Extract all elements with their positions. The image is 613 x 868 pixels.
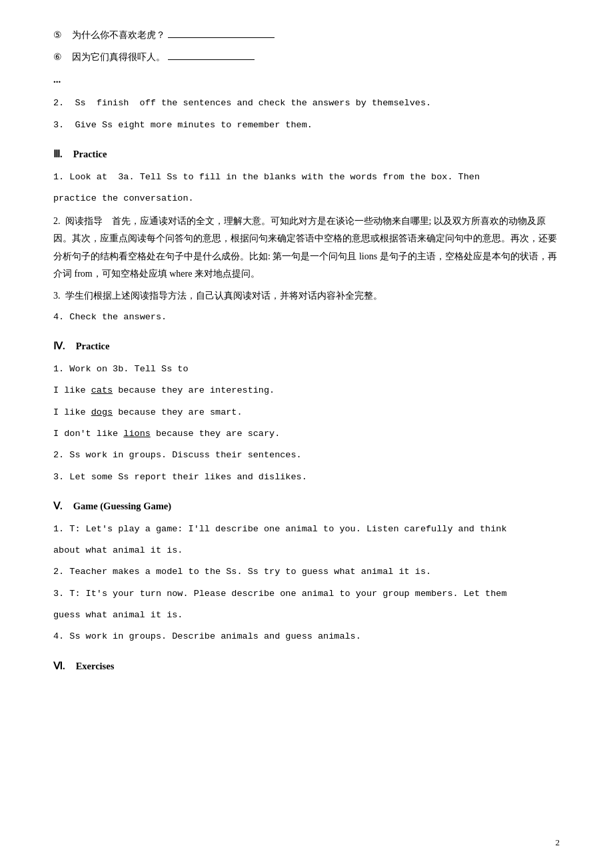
page-number: 2 <box>556 837 560 848</box>
item-text: Give Ss eight more minutes to remember t… <box>75 120 312 130</box>
instruction-item: 2. Ss work in groups. Discuss their sent… <box>53 447 560 463</box>
section-roman: Ⅵ. <box>53 657 65 675</box>
zh-instruction-2: 2. 阅读指导 首先，应通读对话的全文，理解大意。可知此对方是在谈论一些动物来自… <box>53 213 560 283</box>
instruction-item: 3. Give Ss eight more minutes to remembe… <box>53 117 560 133</box>
item-number: ⑤ <box>53 27 72 43</box>
example-sentence-1: I like cats because they are interesting… <box>53 383 560 399</box>
item-text: Ss finish off the sentences and check th… <box>75 98 431 108</box>
item-text: Let some Ss report their likes and disli… <box>69 472 306 482</box>
item-text: Teacher makes a model to the Ss. Ss try … <box>69 567 431 577</box>
instruction-item: 4. Ss work in groups. Describe animals a… <box>53 629 560 645</box>
item-number: 1. <box>53 172 69 182</box>
item-number: ⑥ <box>53 49 72 65</box>
item-number: 2. <box>53 450 69 460</box>
item-text: 为什么你不喜欢老虎？ <box>72 27 165 43</box>
section-header-iii: Ⅲ. Practice <box>53 145 560 163</box>
item-number: 3. <box>53 589 69 599</box>
section-title: Game (Guessing Game) <box>73 497 171 515</box>
section-title: Practice <box>73 145 107 163</box>
instruction-item: 1. Look at 3a. Tell Ss to fill in the bl… <box>53 169 560 185</box>
section-title: Practice <box>76 337 110 355</box>
item-number: 3. <box>53 120 75 130</box>
section-header-vi: Ⅵ. Exercises <box>53 657 560 675</box>
item-number: 1. <box>53 524 69 534</box>
section-roman: Ⅲ. <box>53 145 63 163</box>
item-number: 3. <box>53 472 69 482</box>
continuation-text: practice the conversation. <box>53 193 194 203</box>
underlined-dogs: dogs <box>91 407 113 417</box>
section-roman: Ⅴ. <box>53 497 63 515</box>
item-number: 4. <box>53 312 69 322</box>
main-content: ⑤ 为什么你不喜欢老虎？ ⑥ 因为它们真得很吓人。 ... 2. Ss fini… <box>53 27 560 675</box>
instruction-item: 3. T: It's your turn now. Please describ… <box>53 586 560 602</box>
item-text: Check the answers. <box>69 312 167 322</box>
list-item: ⑤ 为什么你不喜欢老虎？ <box>53 27 560 43</box>
instruction-item: 1. Work on 3b. Tell Ss to <box>53 361 560 377</box>
underlined-lions: lions <box>123 429 151 439</box>
instruction-item: 2. Ss finish off the sentences and check… <box>53 95 560 111</box>
section-header-v: Ⅴ. Game (Guessing Game) <box>53 497 560 515</box>
item-text: 因为它们真得很吓人。 <box>72 49 165 65</box>
item-number: 1. <box>53 364 69 374</box>
item-number: 2. <box>53 98 75 108</box>
instruction-continuation: guess what animal it is. <box>53 607 560 623</box>
item-number: 2. <box>53 567 69 577</box>
continuation-text: about what animal it is. <box>53 545 183 555</box>
zh-instruction-3: 3. 学生们根据上述阅读指导方法，自己认真阅读对话，并将对话内容补全完整。 <box>53 287 560 305</box>
item-text: Ss work in groups. Discuss their sentenc… <box>69 450 301 460</box>
item-text: Work on 3b. Tell Ss to <box>69 364 188 374</box>
item-text: T: It's your turn now. Please describe o… <box>69 589 506 599</box>
instruction-item: 1. T: Let's play a game: I'll describe o… <box>53 521 560 537</box>
section-roman: Ⅳ. <box>53 337 65 355</box>
ellipsis: ... <box>53 71 560 89</box>
underlined-cats: cats <box>91 385 113 395</box>
fill-blank <box>168 37 275 38</box>
instruction-item: 4. Check the answers. <box>53 309 560 325</box>
fill-blank <box>168 59 255 60</box>
instruction-continuation: about what animal it is. <box>53 543 560 559</box>
list-item: ⑥ 因为它们真得很吓人。 <box>53 49 560 65</box>
item-text: Ss work in groups. Describe animals and … <box>69 631 360 641</box>
instruction-continuation: practice the conversation. <box>53 191 560 207</box>
section-title: Exercises <box>76 657 115 675</box>
instruction-item: 3. Let some Ss report their likes and di… <box>53 469 560 485</box>
continuation-text: guess what animal it is. <box>53 610 183 620</box>
instruction-item: 2. Teacher makes a model to the Ss. Ss t… <box>53 564 560 580</box>
section-header-iv: Ⅳ. Practice <box>53 337 560 355</box>
item-text: T: Let's play a game: I'll describe one … <box>69 524 506 534</box>
example-sentence-2: I like dogs because they are smart. <box>53 405 560 421</box>
item-number: 4. <box>53 631 69 641</box>
item-text: Look at 3a. Tell Ss to fill in the blank… <box>69 172 480 182</box>
example-sentence-3: I don't like lions because they are scar… <box>53 426 560 442</box>
